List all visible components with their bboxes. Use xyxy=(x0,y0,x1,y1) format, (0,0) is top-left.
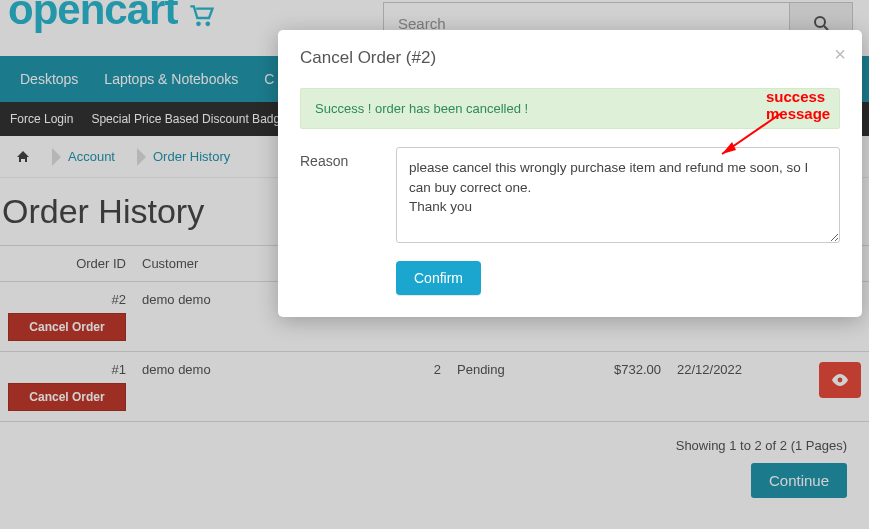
annotation-label: success message xyxy=(766,88,862,122)
close-icon[interactable]: × xyxy=(834,44,846,64)
modal-title: Cancel Order (#2) xyxy=(300,48,840,68)
reason-textarea[interactable] xyxy=(396,147,840,243)
confirm-button[interactable]: Confirm xyxy=(396,261,481,295)
reason-row: Reason xyxy=(300,147,840,243)
success-alert: Success ! order has been cancelled ! xyxy=(300,88,840,129)
cancel-order-modal: × Cancel Order (#2) Success ! order has … xyxy=(278,30,862,317)
reason-label: Reason xyxy=(300,147,396,243)
